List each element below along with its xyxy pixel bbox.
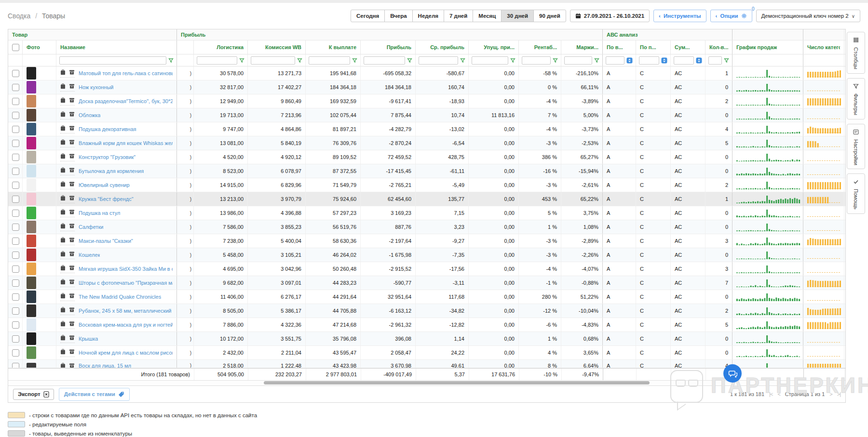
filter-input-logistics[interactable] <box>197 56 237 65</box>
bag-icon[interactable] <box>60 111 66 118</box>
range-preset-button[interactable]: Неделя <box>412 10 444 22</box>
range-preset-button[interactable]: 7 дней <box>444 10 473 22</box>
archive-icon[interactable] <box>69 209 75 216</box>
archive-icon[interactable] <box>69 83 75 90</box>
bag-icon[interactable] <box>60 167 66 174</box>
column-header-label[interactable]: Маржи... <box>576 44 598 50</box>
bag-icon[interactable] <box>60 335 66 342</box>
archive-icon[interactable] <box>69 223 75 230</box>
product-photo[interactable] <box>27 318 36 331</box>
bag-icon[interactable] <box>60 153 66 160</box>
range-preset-button[interactable]: Месяц <box>473 10 502 22</box>
filter-input-missed-profit[interactable] <box>472 56 508 65</box>
column-header-label[interactable]: Комиссия WB <box>265 44 301 50</box>
product-link[interactable]: Кружка "Бест френдс" <box>79 196 134 202</box>
bag-icon[interactable] <box>60 97 66 104</box>
product-link[interactable]: Доска разделочная"Termico", бук, 30*20*1… <box>79 98 173 104</box>
product-link[interactable]: Матовый топ для гель-лака с сатиновым эф… <box>79 70 173 76</box>
row-checkbox[interactable] <box>12 196 19 203</box>
funnel-icon[interactable] <box>460 58 465 63</box>
product-link[interactable]: Крышка <box>79 336 98 342</box>
chat-fab[interactable] <box>723 364 742 383</box>
table-row[interactable]: Ночной крем для лица с маслом рисовых от… <box>8 346 845 360</box>
row-checkbox[interactable] <box>12 210 19 217</box>
product-link[interactable]: The New Madrid Quake Chronicles <box>79 294 161 300</box>
row-checkbox[interactable] <box>12 238 19 245</box>
abc-filter-icon[interactable] <box>626 57 633 64</box>
api-key-selector[interactable]: Демонстрационный ключ номер 2 ∨ <box>756 10 860 22</box>
bag-icon[interactable] <box>60 349 66 356</box>
table-row[interactable]: The New Madrid Quake Chronicles)11 406,0… <box>8 290 845 304</box>
bag-icon[interactable] <box>60 195 66 202</box>
row-checkbox[interactable] <box>12 168 19 175</box>
bag-icon[interactable] <box>60 307 66 314</box>
product-link[interactable]: Ночной крем для лица с маслом рисовых от… <box>79 350 173 356</box>
bag-icon[interactable] <box>60 251 66 258</box>
options-button[interactable]: ‹ Опции <box>710 10 752 22</box>
archive-icon[interactable] <box>69 293 75 300</box>
column-header-label[interactable]: По п... <box>640 44 656 50</box>
archive-icon[interactable] <box>69 139 75 146</box>
table-row[interactable]: Мягкая игрушка SidX-350 Зайка Ми в оранж… <box>8 262 845 276</box>
bag-icon[interactable] <box>60 293 66 300</box>
tools-button[interactable]: ‹ Инструменты <box>653 10 706 22</box>
product-photo[interactable] <box>27 109 36 121</box>
product-photo[interactable] <box>27 193 36 205</box>
product-photo[interactable] <box>27 81 36 93</box>
row-checkbox[interactable] <box>12 112 19 119</box>
column-header-label[interactable]: Упущ. при... <box>484 44 515 50</box>
row-checkbox[interactable] <box>12 84 19 91</box>
table-row[interactable]: Ювелирный сувенир)14 915,006 829,9671 54… <box>8 178 845 192</box>
bag-icon[interactable] <box>60 321 66 328</box>
filter-input-profitability[interactable] <box>522 56 551 65</box>
product-link[interactable]: Кошелек <box>79 252 100 258</box>
filter-input-margin[interactable] <box>564 56 592 65</box>
row-checkbox[interactable] <box>12 98 19 105</box>
funnel-icon[interactable] <box>510 58 515 63</box>
range-preset-button[interactable]: 90 дней <box>533 10 566 22</box>
row-checkbox[interactable] <box>12 321 19 329</box>
product-link[interactable]: Влажный корм для кошек Whiskas желе с ло… <box>79 140 173 146</box>
table-row[interactable]: Подушка декоративная)9 747,004 864,8681 … <box>8 122 845 136</box>
prev-page-button[interactable]: < <box>777 391 780 397</box>
archive-icon[interactable] <box>69 307 75 314</box>
column-header-label[interactable]: Логистика <box>217 44 244 50</box>
row-checkbox[interactable] <box>12 126 19 133</box>
product-photo[interactable] <box>27 235 36 247</box>
table-row[interactable]: Доска разделочная"Termico", бук, 30*20*1… <box>8 94 845 108</box>
bag-icon[interactable] <box>60 279 66 286</box>
bag-icon[interactable] <box>60 363 66 368</box>
row-checkbox[interactable] <box>12 293 19 301</box>
product-link[interactable]: Макси-пазлы "Сказки" <box>79 238 133 244</box>
product-link[interactable]: Подушка на стул <box>79 210 120 216</box>
side-tab-столбцы[interactable]: Столбцы <box>847 32 865 74</box>
bag-icon[interactable] <box>60 69 66 76</box>
row-checkbox[interactable] <box>12 154 19 161</box>
column-header-label[interactable]: Число катего <box>807 44 840 50</box>
row-checkbox[interactable] <box>12 182 19 189</box>
table-row[interactable]: Шторы с фотопечатью "Призрачная мандала"… <box>8 276 845 290</box>
select-all-checkbox[interactable] <box>12 44 19 51</box>
next-page-button[interactable]: > <box>829 391 832 397</box>
product-link[interactable]: Мягкая игрушка SidX-350 Зайка Ми в оранж… <box>79 266 173 272</box>
bag-icon[interactable] <box>60 223 66 230</box>
filter-input-payout[interactable] <box>309 56 350 65</box>
filter-input-profit[interactable] <box>364 56 405 65</box>
archive-icon[interactable] <box>69 181 75 188</box>
archive-icon[interactable] <box>69 111 75 118</box>
product-link[interactable]: Рубанок, 245 x 58 мм, металлический 2107… <box>79 308 173 314</box>
archive-icon[interactable] <box>69 195 75 202</box>
product-photo[interactable] <box>27 137 36 149</box>
funnel-icon[interactable] <box>297 58 302 63</box>
bag-icon[interactable] <box>60 139 66 146</box>
product-photo[interactable] <box>27 151 36 163</box>
filter-input-abc-by-revenue[interactable] <box>606 56 624 65</box>
product-link[interactable]: Обложка <box>79 112 100 118</box>
table-row[interactable]: Рубанок, 245 x 58 мм, металлический 2107… <box>8 304 845 318</box>
bag-icon[interactable] <box>60 265 66 272</box>
column-header-label[interactable]: К выплате <box>329 44 356 50</box>
archive-icon[interactable] <box>69 349 75 356</box>
bag-icon[interactable] <box>60 125 66 132</box>
side-tab-фильтры[interactable]: Фильтры <box>847 78 865 119</box>
row-checkbox[interactable] <box>12 349 19 357</box>
